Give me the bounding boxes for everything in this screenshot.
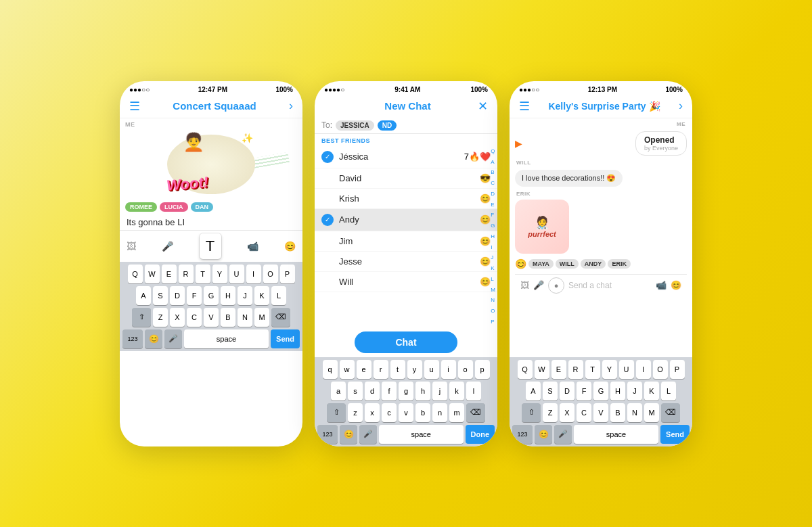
kb3-a[interactable]: A bbox=[526, 382, 541, 400]
kb2-e[interactable]: e bbox=[357, 360, 371, 379]
kb-q[interactable]: Q bbox=[128, 265, 143, 283]
kb2-b[interactable]: b bbox=[415, 403, 430, 422]
video-icon-3[interactable]: 📹 bbox=[656, 280, 667, 290]
kb-123-1[interactable]: 123 bbox=[122, 329, 143, 348]
kb2-s[interactable]: s bbox=[348, 382, 363, 400]
alpha-f[interactable]: F bbox=[491, 212, 495, 218]
image-icon-1[interactable]: 🖼 bbox=[127, 241, 136, 252]
kb-x[interactable]: X bbox=[170, 308, 185, 327]
kb3-z[interactable]: Z bbox=[543, 403, 558, 422]
kb-g[interactable]: G bbox=[204, 286, 219, 305]
kb2-w[interactable]: w bbox=[340, 360, 355, 379]
send-chat-input[interactable]: 🖼 🎤 ● Send a chat 📹 😊 bbox=[515, 274, 687, 296]
kb2-a[interactable]: a bbox=[331, 382, 346, 400]
kb2-v[interactable]: v bbox=[399, 403, 413, 422]
kb-s[interactable]: S bbox=[153, 286, 168, 305]
kb3-n[interactable]: N bbox=[627, 403, 642, 422]
kb-m[interactable]: M bbox=[254, 308, 269, 327]
kb3-s[interactable]: S bbox=[543, 382, 558, 400]
alpha-m[interactable]: M bbox=[491, 287, 495, 293]
kb-l[interactable]: L bbox=[271, 286, 286, 305]
contact-jim[interactable]: Jim 😊 bbox=[315, 231, 497, 252]
alpha-d[interactable]: D bbox=[491, 191, 495, 197]
contact-will[interactable]: Will 😊 bbox=[315, 272, 497, 292]
kb-space-2[interactable]: space bbox=[379, 425, 464, 444]
kb3-t[interactable]: T bbox=[585, 360, 600, 379]
video-icon-1[interactable]: 📹 bbox=[247, 241, 258, 252]
alpha-i[interactable]: I bbox=[491, 244, 495, 250]
kb-n[interactable]: N bbox=[238, 308, 252, 327]
chevron-right-icon-3[interactable]: › bbox=[679, 99, 683, 113]
kb3-r[interactable]: R bbox=[568, 360, 583, 379]
kb3-m[interactable]: M bbox=[644, 403, 659, 422]
contact-andy[interactable]: ✓ Andy 😊 bbox=[315, 209, 497, 231]
chat-button[interactable]: Chat bbox=[355, 331, 457, 353]
kb2-j[interactable]: j bbox=[432, 382, 447, 400]
alpha-q[interactable]: Q bbox=[491, 148, 495, 154]
kb-u[interactable]: U bbox=[229, 265, 244, 283]
kb-c[interactable]: C bbox=[187, 308, 202, 327]
kb3-x[interactable]: X bbox=[560, 403, 574, 422]
kb3-j[interactable]: J bbox=[627, 382, 642, 400]
kb-w[interactable]: W bbox=[145, 265, 160, 283]
kb3-p[interactable]: P bbox=[670, 360, 685, 379]
kb2-l[interactable]: l bbox=[466, 382, 481, 400]
to-chip-nd[interactable]: ND bbox=[378, 120, 397, 131]
kb-emoji-1[interactable]: 😊 bbox=[145, 329, 162, 348]
kb-j[interactable]: J bbox=[238, 286, 252, 305]
done-button-2[interactable]: Done bbox=[466, 425, 495, 444]
kb2-p[interactable]: p bbox=[475, 360, 490, 379]
kb-shift-1[interactable]: ⇧ bbox=[132, 308, 151, 327]
kb2-z[interactable]: z bbox=[348, 403, 363, 422]
send-button-3[interactable]: Send bbox=[660, 425, 690, 444]
kb3-f[interactable]: F bbox=[577, 382, 591, 400]
kb-mic-2[interactable]: 🎤 bbox=[359, 425, 377, 444]
kb2-q[interactable]: q bbox=[323, 360, 338, 379]
kb-123-2[interactable]: 123 bbox=[317, 425, 338, 444]
kb3-shift[interactable]: ⇧ bbox=[522, 403, 541, 422]
kb-a[interactable]: A bbox=[136, 286, 151, 305]
alpha-g[interactable]: G bbox=[491, 223, 495, 229]
alpha-b[interactable]: B bbox=[491, 169, 495, 175]
alpha-p[interactable]: P bbox=[491, 319, 495, 325]
kb-e[interactable]: E bbox=[162, 265, 177, 283]
kb2-m[interactable]: m bbox=[449, 403, 464, 422]
alpha-o[interactable]: O bbox=[491, 308, 495, 314]
contact-krish[interactable]: Krish 😊 bbox=[315, 189, 497, 209]
kb3-v[interactable]: V bbox=[593, 403, 608, 422]
kb-o[interactable]: O bbox=[263, 265, 278, 283]
kb2-g[interactable]: g bbox=[399, 382, 413, 400]
kb-h[interactable]: H bbox=[221, 286, 235, 305]
alpha-c[interactable]: C bbox=[491, 180, 495, 186]
kb-k[interactable]: K bbox=[254, 286, 269, 305]
emoji-icon-1[interactable]: 😊 bbox=[284, 241, 296, 252]
contact-jessica[interactable]: ✓ Jéssica 7🔥❤️ bbox=[315, 146, 497, 168]
kb-f[interactable]: F bbox=[187, 286, 202, 305]
contact-david[interactable]: David 😎 bbox=[315, 168, 497, 189]
kb3-b[interactable]: B bbox=[610, 403, 625, 422]
chevron-right-icon-1[interactable]: › bbox=[289, 99, 293, 113]
kb-r[interactable]: R bbox=[179, 265, 194, 283]
kb3-o[interactable]: O bbox=[653, 360, 668, 379]
kb2-d[interactable]: d bbox=[365, 382, 380, 400]
to-chip-jessica[interactable]: JESSICA bbox=[336, 120, 374, 131]
kb-space-1[interactable]: space bbox=[184, 329, 269, 348]
alpha-h[interactable]: H bbox=[491, 233, 495, 239]
kb2-y[interactable]: y bbox=[407, 360, 422, 379]
kb2-i[interactable]: i bbox=[441, 360, 456, 379]
kb-emoji-3[interactable]: 😊 bbox=[535, 425, 552, 444]
kb2-shift[interactable]: ⇧ bbox=[327, 403, 346, 422]
kb-v[interactable]: V bbox=[204, 308, 219, 327]
mic-icon-1[interactable]: 🎤 bbox=[162, 241, 173, 252]
kb-z[interactable]: Z bbox=[153, 308, 168, 327]
kb2-delete[interactable]: ⌫ bbox=[466, 403, 485, 422]
kb-b[interactable]: B bbox=[221, 308, 235, 327]
alpha-j[interactable]: J bbox=[491, 254, 495, 260]
kb3-y[interactable]: Y bbox=[602, 360, 617, 379]
mic-icon-3[interactable]: 🎤 bbox=[533, 280, 544, 290]
kb-d[interactable]: D bbox=[170, 286, 185, 305]
kb2-f[interactable]: f bbox=[382, 382, 397, 400]
kb3-h[interactable]: H bbox=[610, 382, 625, 400]
contact-jesse[interactable]: Jesse 😊 bbox=[315, 252, 497, 272]
kb2-x[interactable]: x bbox=[365, 403, 380, 422]
